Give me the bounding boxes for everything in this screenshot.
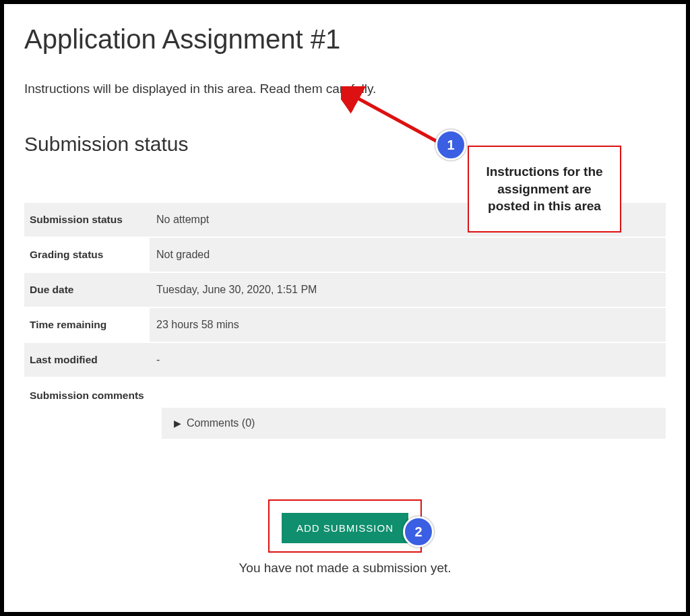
value-last-modified: -: [150, 343, 666, 377]
row-grading-status: Grading status Not graded: [24, 238, 666, 273]
row-submission-comments: Submission comments ▶ Comments (0): [24, 378, 666, 439]
chevron-right-icon: ▶: [174, 418, 181, 429]
row-last-modified: Last modified -: [24, 343, 666, 378]
label-grading-status: Grading status: [24, 238, 150, 272]
annotation-badge-1: 1: [435, 129, 466, 160]
row-due-date: Due date Tuesday, June 30, 2020, 1:51 PM: [24, 273, 666, 308]
value-time-remaining: 23 hours 58 mins: [150, 308, 666, 342]
label-time-remaining: Time remaining: [24, 308, 150, 342]
row-time-remaining: Time remaining 23 hours 58 mins: [24, 308, 666, 343]
annotation-callout-1: Instructions for the assignment are post…: [468, 146, 621, 233]
label-last-modified: Last modified: [24, 343, 150, 377]
annotation-box-2: ADD SUBMISSION: [268, 499, 422, 553]
instructions-text: Instructions will be displayed in this a…: [24, 82, 666, 96]
label-due-date: Due date: [24, 273, 150, 307]
comments-count-text: Comments (0): [187, 417, 255, 429]
no-submission-text: You have not made a submission yet.: [239, 561, 451, 576]
add-submission-button[interactable]: ADD SUBMISSION: [282, 513, 408, 543]
submission-status-table: Submission status No attempt Grading sta…: [24, 203, 666, 439]
comments-toggle[interactable]: ▶ Comments (0): [162, 408, 666, 439]
annotation-badge-2: 2: [403, 516, 434, 547]
value-grading-status: Not graded: [150, 238, 666, 272]
label-submission-comments: Submission comments: [24, 378, 162, 439]
page-title: Application Assignment #1: [24, 24, 666, 55]
label-submission-status: Submission status: [24, 203, 150, 237]
value-due-date: Tuesday, June 30, 2020, 1:51 PM: [150, 273, 666, 307]
